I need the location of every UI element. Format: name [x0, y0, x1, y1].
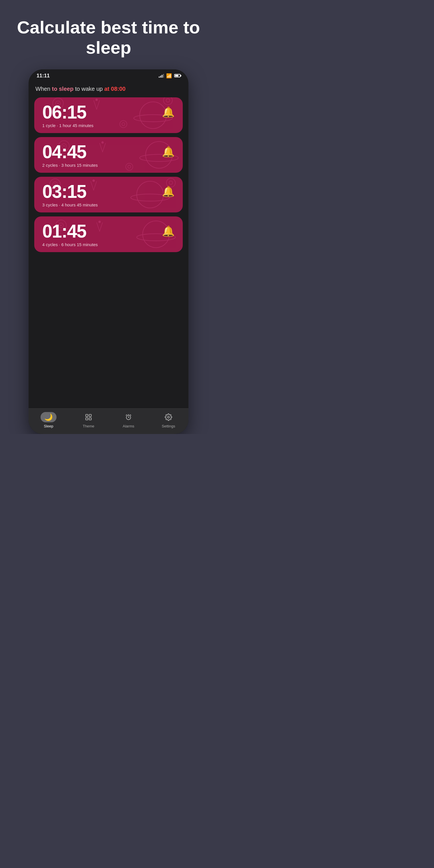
time-row-0: 06:15 🔔 [42, 103, 175, 121]
nav-item-theme[interactable]: Theme [68, 412, 108, 428]
card-inner-0: 06:15 🔔 1 cycle · 1 hour 45 minutes [42, 103, 175, 128]
svg-rect-32 [86, 414, 88, 416]
moon-icon: 🌙 [44, 413, 53, 421]
bell-icon-1: 🔔 [162, 146, 175, 158]
time-display-2: 03:15 [42, 182, 86, 201]
svg-point-23 [93, 179, 95, 182]
subtitle-before: When [35, 86, 52, 92]
svg-line-37 [126, 414, 127, 415]
cycle-info-0: 1 cycle · 1 hour 45 minutes [42, 123, 175, 128]
status-time: 11:11 [36, 73, 50, 79]
nav-label-sleep: Sleep [44, 424, 53, 428]
nav-icon-wrap-sleep: 🌙 [40, 412, 57, 422]
time-card-3[interactable]: 01:45 🔔 4 cycles · 6 hours 15 minutes [34, 216, 183, 252]
wifi-icon: 📶 [166, 73, 172, 79]
alarm-icon [125, 413, 132, 421]
card-inner-1: 04:45 🔔 2 cycles · 3 hours 15 minutes [42, 143, 175, 167]
svg-line-38 [130, 414, 131, 415]
status-icons: 📶 [159, 73, 181, 79]
theme-icon [85, 413, 92, 421]
status-bar: 11:11 📶 [29, 69, 188, 81]
nav-item-settings[interactable]: Settings [149, 412, 188, 428]
subtitle-highlight2: at 08:00 [104, 86, 126, 92]
svg-rect-33 [89, 414, 91, 416]
svg-point-5 [95, 98, 98, 101]
subtitle: When to sleep to wake up at 08:00 [34, 86, 183, 92]
phone-content: When to sleep to wake up at 08:00 06:15 [29, 81, 188, 408]
signal-icon [159, 74, 164, 78]
nav-label-theme: Theme [83, 424, 94, 428]
card-inner-2: 03:15 🔔 3 cycles · 4 hours 45 minutes [42, 182, 175, 207]
time-card-2[interactable]: 03:15 🔔 3 cycles · 4 hours 45 minutes [34, 177, 183, 212]
svg-rect-35 [89, 418, 91, 420]
cycle-info-2: 3 cycles · 4 hours 45 minutes [42, 203, 175, 207]
nav-item-sleep[interactable]: 🌙 Sleep [29, 412, 68, 428]
phone-frame: 11:11 📶 When to sleep to wake up at 08:0… [29, 69, 188, 434]
bell-icon-0: 🔔 [162, 106, 175, 118]
nav-icon-wrap-theme [81, 412, 96, 422]
time-card-0[interactable]: 06:15 🔔 1 cycle · 1 hour 45 minutes [34, 97, 183, 133]
cycle-info-3: 4 cycles · 6 hours 15 minutes [42, 242, 175, 247]
settings-icon [165, 413, 172, 421]
time-display-1: 04:45 [42, 143, 86, 161]
time-card-1[interactable]: 04:45 🔔 2 cycles · 3 hours 15 minutes [34, 137, 183, 173]
svg-point-9 [166, 98, 169, 102]
bottom-nav: 🌙 Sleep Theme [29, 408, 188, 434]
nav-icon-wrap-alarms [121, 412, 136, 422]
bell-icon-2: 🔔 [162, 186, 175, 197]
card-inner-3: 01:45 🔔 4 cycles · 6 hours 15 minutes [42, 222, 175, 247]
subtitle-middle: to wake up [73, 86, 104, 92]
time-row-1: 04:45 🔔 [42, 143, 175, 161]
svg-rect-34 [86, 418, 88, 420]
time-display-3: 01:45 [42, 222, 86, 240]
cycle-info-1: 2 cycles · 3 hours 15 minutes [42, 163, 175, 167]
battery-icon [174, 74, 181, 78]
nav-item-alarms[interactable]: Alarms [108, 412, 149, 428]
nav-label-settings: Settings [162, 424, 175, 428]
time-row-3: 01:45 🔔 [42, 222, 175, 240]
nav-icon-wrap-settings [160, 412, 177, 422]
time-row-2: 03:15 🔔 [42, 182, 175, 201]
time-display-0: 06:15 [42, 103, 86, 121]
nav-label-alarms: Alarms [123, 424, 134, 428]
hero-title: Calculate best time to sleep [0, 17, 217, 58]
bell-icon-3: 🔔 [162, 225, 175, 237]
subtitle-highlight1: to sleep [52, 86, 74, 92]
svg-point-40 [167, 416, 169, 418]
